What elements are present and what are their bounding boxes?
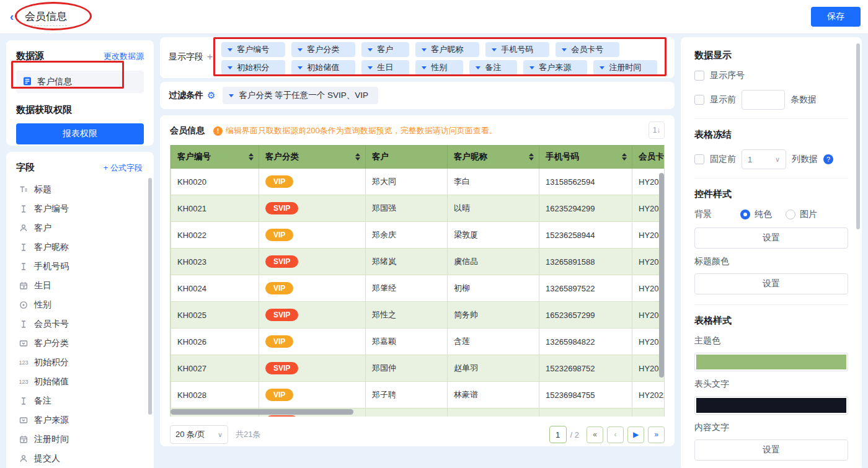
table-row[interactable]: KH0021SVIP郑国强以晴16235294299HY2022 [171,195,665,222]
field-item[interactable]: 客户昵称 [16,237,148,257]
table-vertical-scrollbar[interactable] [659,173,664,377]
display-field-chip[interactable]: 客户编号 [221,42,285,57]
help-question-icon[interactable]: ? [823,154,833,164]
field-item[interactable]: 客户分类 [16,333,148,353]
field-item[interactable]: 性别 [16,295,148,314]
table-cell: SVIP [259,355,366,382]
theme-color-label: 主题色 [694,335,848,347]
field-item[interactable]: 提交人 [16,449,148,468]
display-field-chip[interactable]: 会员卡号 [556,42,619,57]
field-item[interactable]: 会员卡号 [16,314,148,333]
show-first-count-input[interactable] [742,90,785,110]
page-size-select[interactable]: 20 条/页 ∨ [170,425,228,444]
sort-arrows-icon[interactable] [355,153,360,161]
sort-tool-button[interactable]: 1↓ [649,121,665,139]
sort-arrows-icon[interactable] [249,153,254,161]
content-text-set-button[interactable]: 设置 [694,439,848,461]
datasource-item[interactable]: 客户信息 [16,71,144,93]
field-item[interactable]: 标题 [16,180,148,199]
freeze-count-select[interactable]: 1 ∨ [742,149,786,169]
warning-icon: ! [213,126,223,136]
display-field-chip[interactable]: 注册时间 [593,60,657,75]
header-text-swatch[interactable] [694,396,848,415]
column-header-label: 手机号码 [546,152,579,161]
column-header[interactable]: 手机号码 [539,146,632,169]
chip-label: 初始积分 [237,62,269,73]
field-item[interactable]: 手机号码 [16,257,148,276]
chevron-down-icon [422,66,427,69]
page-number-input[interactable] [549,426,567,443]
theme-color-swatch[interactable] [694,353,848,371]
back-chevron-icon[interactable]: ‹ [10,11,14,24]
table-row[interactable]: KH0025SVIP郑性之简务帅16523657299HY2022 [171,302,665,329]
field-item[interactable]: 客户 [16,218,148,237]
image-radio[interactable] [786,210,795,219]
freeze-checkbox[interactable] [694,154,704,164]
table-row[interactable]: KH0026VIP郑嘉颖含莲13265984822HY2022 [171,329,665,355]
display-field-chip[interactable]: 客户 [361,42,409,57]
first-page-button[interactable]: « [587,426,603,443]
settings-scrollbar[interactable] [856,43,860,229]
field-item[interactable]: 123初始积分 [16,353,148,372]
report-permission-button[interactable]: 报表权限 [16,123,144,144]
table-row[interactable]: KH0020VIP郑大同李白13158562594HY2023 [171,169,665,195]
display-field-chip[interactable]: 客户分类 [291,42,355,57]
table-row[interactable]: KH0023SVIP郑绪岚虞信品13265891588HY2022 [171,249,665,275]
sort-arrows-icon[interactable] [529,153,534,161]
field-item[interactable]: 客户编号 [16,199,148,218]
chevron-down-icon [492,48,497,51]
date-icon [19,435,29,444]
background-set-button[interactable]: 设置 [694,227,848,249]
column-header[interactable]: 客户 [366,146,448,169]
preview-warning: ! 编辑界面只取数据源前200条作为查询数据预览，完整数据请访问页面查看。 [213,125,497,136]
field-item[interactable]: 123初始储值 [16,372,148,391]
display-field-chip[interactable]: 初始积分 [221,60,285,75]
add-display-field-icon[interactable]: + [207,51,213,63]
title-color-set-button[interactable]: 设置 [694,273,848,294]
save-button[interactable]: 保存 [811,7,861,27]
display-field-chip[interactable]: 客户来源 [523,60,587,75]
column-header[interactable]: 会员卡号 [632,146,665,169]
table-cell: 16235294299 [539,195,632,222]
filter-gear-icon[interactable]: ⚙ [207,90,215,101]
field-item[interactable]: 备注 [16,391,148,410]
fields-scrollbar[interactable] [148,178,152,415]
column-header[interactable]: 客户分类 [259,146,366,169]
table-cell: 15236258944 [539,222,632,249]
number-icon: 123 [19,379,29,385]
field-item[interactable]: 生日 [16,276,148,295]
change-datasource-link[interactable]: 更改数据源 [104,51,144,62]
show-first-checkbox[interactable] [694,95,704,105]
column-header[interactable]: 客户编号 [171,146,259,169]
filter-condition-chip[interactable]: 客户分类 等于任意一个 SVIP、VIP [223,87,378,104]
table-row[interactable]: KH0027SVIP郑国仲赵单羽15232698752HY2022 [171,355,665,382]
display-field-chip[interactable]: 手机号码 [485,42,549,57]
table-cell: HY2022 [632,382,665,408]
table-row[interactable]: KH0022VIP郑余庆梁敦厦15236258944HY2022 [171,222,665,249]
last-page-button[interactable]: » [648,426,665,443]
sort-arrows-icon[interactable] [622,153,627,161]
table-row[interactable]: KH0024VIP郑肇经初柳13265897522HY2022 [171,275,665,302]
display-field-chip[interactable]: 性别 [415,60,463,75]
add-formula-field-link[interactable]: + 公式字段 [104,162,143,174]
field-item[interactable]: 注册时间 [16,430,148,449]
category-badge: SVIP [265,309,298,321]
display-field-chip[interactable]: 初始储值 [291,60,355,75]
display-field-chip[interactable]: 备注 [469,60,517,75]
page-title[interactable]: 会员信息 [25,9,67,26]
display-field-chip[interactable]: 生日 [361,60,409,75]
next-page-button[interactable]: ▶ [627,426,644,443]
column-header[interactable]: 客户昵称 [448,146,539,169]
table-row[interactable]: KH0028VIP郑子聘林豪谱15236984755HY2022 [171,382,665,408]
field-item[interactable]: 客户来源 [16,410,148,430]
divider [694,304,848,305]
prev-page-button[interactable]: ‹ [607,426,624,443]
table-horizontal-scrollbar[interactable] [170,409,353,415]
freeze-count-value: 1 [748,155,752,164]
show-index-checkbox[interactable] [694,71,704,81]
solid-color-radio[interactable] [740,210,750,219]
display-field-chip[interactable]: 客户昵称 [415,42,479,57]
chip-label: 客户昵称 [431,44,463,55]
field-item-label: 客户 [34,223,51,234]
chip-label: 客户 [377,44,393,55]
